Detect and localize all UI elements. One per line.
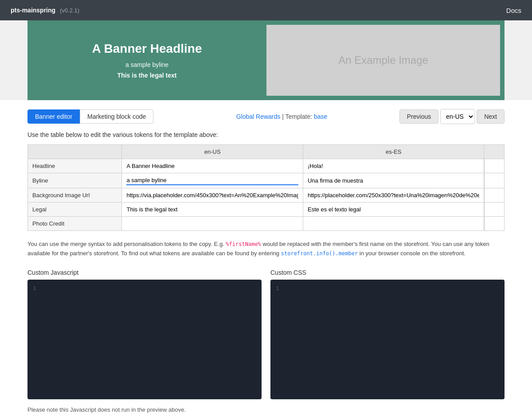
main-content: Banner editor Marketing block code Globa… xyxy=(0,100,532,417)
row-extra-0 xyxy=(484,159,505,173)
row-label-1: Byline xyxy=(28,173,122,188)
es-input-2[interactable] xyxy=(308,191,479,199)
banner-preview: A Banner Headline a sample byline This i… xyxy=(27,20,505,100)
app-name: pts-mainspring xyxy=(11,7,55,14)
banner-image-area: An Example Image xyxy=(266,25,500,96)
row-en-cell-0[interactable] xyxy=(122,159,303,173)
table-row: Headline xyxy=(28,159,505,173)
row-es-cell-0[interactable] xyxy=(303,159,484,173)
header-title: pts-mainspring (v0.2.1) xyxy=(11,7,79,14)
banner-byline-text: a sample byline xyxy=(125,61,168,68)
global-rewards-link[interactable]: Global Rewards xyxy=(236,113,281,120)
custom-js-block: Custom Javascript 1 xyxy=(27,269,262,399)
banner-headline-text: A Banner Headline xyxy=(92,42,202,56)
row-extra-2 xyxy=(484,188,505,203)
es-input-4[interactable] xyxy=(308,219,479,228)
row-es-cell-2[interactable] xyxy=(303,188,484,203)
en-input-2[interactable] xyxy=(126,191,298,199)
previous-button[interactable]: Previous xyxy=(399,109,438,124)
row-label-3: Legal xyxy=(28,203,122,217)
app-header: pts-mainspring (v0.2.1) Docs xyxy=(0,0,532,20)
col-en-header: en-US xyxy=(122,145,303,159)
es-input-3[interactable] xyxy=(308,205,479,214)
row-en-cell-4[interactable] xyxy=(122,217,303,231)
locale-select[interactable]: en-US es-ES fr-FR xyxy=(440,109,475,124)
banner-image-placeholder-text: An Example Image xyxy=(338,54,428,66)
info-text-1: You can use the merge syntax to add pers… xyxy=(27,241,224,247)
banner-editor-tab[interactable]: Banner editor xyxy=(27,109,80,124)
es-input-0[interactable] xyxy=(308,162,479,170)
row-label-2: Background Image Url xyxy=(28,188,122,203)
docs-link[interactable]: Docs xyxy=(506,7,521,14)
row-extra-4 xyxy=(484,217,505,231)
es-input-1[interactable] xyxy=(308,176,479,185)
tokens-table: en-US es-ES HeadlineBylineBackground Ima… xyxy=(27,144,505,231)
nav-controls: Previous en-US es-ES fr-FR Next xyxy=(399,109,505,124)
banner-legal-text: This is the legal text xyxy=(117,72,177,79)
row-en-cell-1[interactable] xyxy=(122,173,303,188)
table-row: Byline xyxy=(28,173,505,188)
marketing-block-code-tab[interactable]: Marketing block code xyxy=(80,109,153,124)
row-label-0: Headline xyxy=(28,159,122,173)
css-line-1: 1 xyxy=(276,285,279,292)
custom-js-editor[interactable]: 1 xyxy=(27,280,262,399)
merge-token: %firstName% xyxy=(226,241,261,247)
note-text: Please note this Javascript does not run… xyxy=(27,406,505,413)
row-en-cell-3[interactable] xyxy=(122,203,303,217)
row-extra-3 xyxy=(484,203,505,217)
col-extra-header xyxy=(484,145,505,159)
template-base-name: base xyxy=(314,113,327,120)
js-line-1: 1 xyxy=(33,285,36,292)
en-input-3[interactable] xyxy=(126,205,298,214)
custom-css-editor[interactable]: 1 xyxy=(270,280,505,399)
table-row: Legal xyxy=(28,203,505,217)
banner-left-panel: A Banner Headline a sample byline This i… xyxy=(27,20,266,100)
row-extra-1 xyxy=(484,173,505,188)
custom-css-block: Custom CSS 1 xyxy=(270,269,505,399)
custom-js-label: Custom Javascript xyxy=(27,269,262,276)
row-es-cell-3[interactable] xyxy=(303,203,484,217)
banner-preview-wrapper: A Banner Headline a sample byline This i… xyxy=(0,20,532,100)
info-text-3: in your browser console on the storefron… xyxy=(360,250,466,257)
toolbar: Banner editor Marketing block code Globa… xyxy=(27,109,505,124)
editors-row: Custom Javascript 1 Custom CSS 1 xyxy=(27,269,505,399)
table-row: Photo Credit xyxy=(28,217,505,231)
col-label-header xyxy=(28,145,122,159)
app-version: (v0.2.1) xyxy=(60,7,79,14)
template-separator: | Template: xyxy=(282,113,312,120)
col-es-header: es-ES xyxy=(303,145,484,159)
en-input-1[interactable] xyxy=(126,176,298,185)
next-button[interactable]: Next xyxy=(477,109,505,124)
row-es-cell-1[interactable] xyxy=(303,173,484,188)
template-info: Global Rewards | Template: base xyxy=(164,113,399,120)
console-fn: storefront.info().member xyxy=(281,250,358,257)
row-en-cell-2[interactable] xyxy=(122,188,303,203)
en-input-4[interactable] xyxy=(126,219,298,228)
row-es-cell-4[interactable] xyxy=(303,217,484,231)
instructions-text: Use the table below to edit the various … xyxy=(27,131,505,138)
info-text: You can use the merge syntax to add pers… xyxy=(27,240,505,258)
table-row: Background Image Url xyxy=(28,188,505,203)
en-input-0[interactable] xyxy=(126,162,298,170)
row-label-4: Photo Credit xyxy=(28,217,122,231)
custom-css-label: Custom CSS xyxy=(270,269,505,276)
